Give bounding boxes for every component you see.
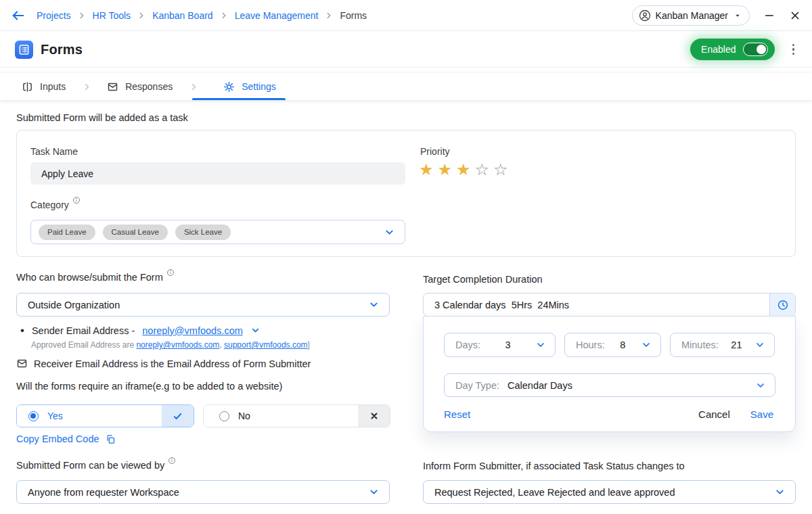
minimize-icon[interactable] [763,9,775,22]
info-icon [168,457,176,465]
approved-email-1[interactable]: noreply@vmfoods.com [136,340,219,350]
hours-label: Hours: [576,340,605,350]
no-dismiss-segment[interactable] [358,405,390,427]
days-label: Days: [455,340,480,350]
clock-button[interactable] [769,294,795,316]
enabled-label: Enabled [701,44,736,55]
breadcrumb: Projects HR Tools Kanban Board Leave Man… [37,10,367,21]
chevron-down-icon[interactable] [250,325,261,335]
chevron-down-icon [641,340,652,350]
chevron-right-icon [219,11,229,20]
no-label: No [238,411,250,421]
inform-submitter-select[interactable]: Request Rejected, Leave Rejected and lea… [423,480,796,504]
user-avatar-icon [639,9,651,22]
priority-rating[interactable]: ★ ★ ★ ☆ ☆ [419,162,508,178]
duration-value: 3 Calendar days 5Hrs 24Mins [424,294,769,316]
input-field-icon [22,81,33,93]
chevron-down-icon [774,486,786,498]
chevron-right-icon [82,82,92,92]
forms-app-icon [15,41,33,59]
more-options-kebab-icon[interactable] [790,41,798,58]
inform-submitter-label: Inform Form Submitter, if associated Tas… [423,461,685,471]
yes-confirm-segment[interactable] [162,405,194,427]
chevron-down-icon [384,227,395,238]
bullet-icon: • [20,325,24,336]
chevron-right-icon [77,11,87,20]
browse-submit-label-text: Who can browse/submit the Form [16,272,163,283]
priority-star[interactable]: ☆ [493,162,508,178]
radio-unselected-icon[interactable] [219,411,229,421]
chevron-right-icon [324,11,334,20]
days-select[interactable]: Days: 3 [444,333,556,357]
yes-label: Yes [47,411,63,421]
day-type-value: Calendar Days [508,380,572,391]
sender-email-row: • Sender Email Address - noreply@vmfoods… [20,325,261,336]
info-icon [72,196,81,204]
approved-email-2[interactable]: support@vmfoods.com [224,340,308,350]
chevron-down-icon [535,340,546,350]
tab-inputs[interactable]: Inputs [22,73,76,100]
breadcrumb-hr-tools[interactable]: HR Tools [93,10,131,21]
minutes-select[interactable]: Minutes: 21 [670,333,775,357]
task-section-heading: Submitted Form will be added as a task [16,112,188,123]
chevron-down-icon [368,486,380,498]
priority-star[interactable]: ★ [419,162,434,178]
tab-settings-label: Settings [242,81,276,92]
priority-star[interactable]: ★ [456,162,471,178]
breadcrumb-leave-management[interactable]: Leave Management [235,10,319,21]
task-name-input[interactable]: Apply Leave [30,162,405,185]
priority-star[interactable]: ☆ [475,162,490,178]
toggle-switch-on[interactable] [743,43,768,56]
cancel-button[interactable]: Cancel [698,408,730,420]
browse-submit-value: Outside Organization [28,300,120,310]
viewed-by-select[interactable]: Anyone from requester Workspace [16,480,390,504]
iframe-yes-option[interactable]: Yes [16,404,194,427]
chevron-right-icon [189,82,199,92]
save-button[interactable]: Save [750,408,773,420]
enabled-toggle-button[interactable]: Enabled [690,39,774,60]
tab-responses[interactable]: Responses [107,73,183,100]
tab-responses-label: Responses [125,81,173,92]
breadcrumb-bar: Projects HR Tools Kanban Board Leave Man… [0,0,812,31]
user-menu-button[interactable]: Kanban Manager [632,5,750,26]
category-multiselect[interactable]: Paid Leave Casual Leave Sick Leave [30,220,405,244]
category-chip[interactable]: Casual Leave [103,225,168,240]
back-arrow-icon[interactable] [11,8,26,23]
radio-selected-icon[interactable] [28,411,39,421]
close-icon[interactable] [789,9,801,22]
hours-value: 8 [613,340,632,350]
tab-settings[interactable]: Settings [214,73,286,100]
checkmark-icon [173,411,183,421]
breadcrumb-projects[interactable]: Projects [37,10,71,21]
inform-submitter-value: Request Rejected, Leave Rejected and lea… [434,487,675,498]
tab-inputs-label: Inputs [40,81,66,92]
minutes-label: Minutes: [681,340,719,350]
iframe-no-option[interactable]: No [203,404,390,427]
envelope-icon [107,81,118,93]
user-menu-label: Kanban Manager [656,10,728,21]
breadcrumb-kanban-board[interactable]: Kanban Board [152,10,213,21]
category-chip[interactable]: Sick Leave [175,225,231,240]
browse-submit-select[interactable]: Outside Organization [16,293,390,317]
envelope-icon [16,358,28,369]
chevron-down-icon [368,299,380,310]
sender-email-link[interactable]: noreply@vmfoods.com [142,325,243,336]
hours-select[interactable]: Hours: 8 [564,333,661,357]
caret-down-icon [733,11,742,20]
page-header: Forms Enabled [0,32,812,68]
category-chip[interactable]: Paid Leave [39,225,95,240]
chevron-down-icon [754,340,765,350]
viewed-by-label-text: Submitted Form can be viewed by [16,460,164,471]
copy-embed-code-link[interactable]: Copy Embed Code [16,434,116,444]
receiver-email-note: Receiver Email Address is the Email Addr… [34,358,311,369]
priority-star[interactable]: ★ [438,162,453,178]
iframe-question-label: Will the forms require an iframe(e.g to … [16,381,282,392]
clock-icon [777,299,789,311]
day-type-select[interactable]: Day Type: Calendar Days [444,373,775,397]
x-mark-icon [369,411,379,421]
duration-input[interactable]: 3 Calendar days 5Hrs 24Mins [423,293,796,317]
reset-button[interactable]: Reset [444,408,470,420]
category-label: Category [30,200,81,210]
task-name-label: Task Name [30,146,78,157]
approved-sep: , [219,340,224,350]
